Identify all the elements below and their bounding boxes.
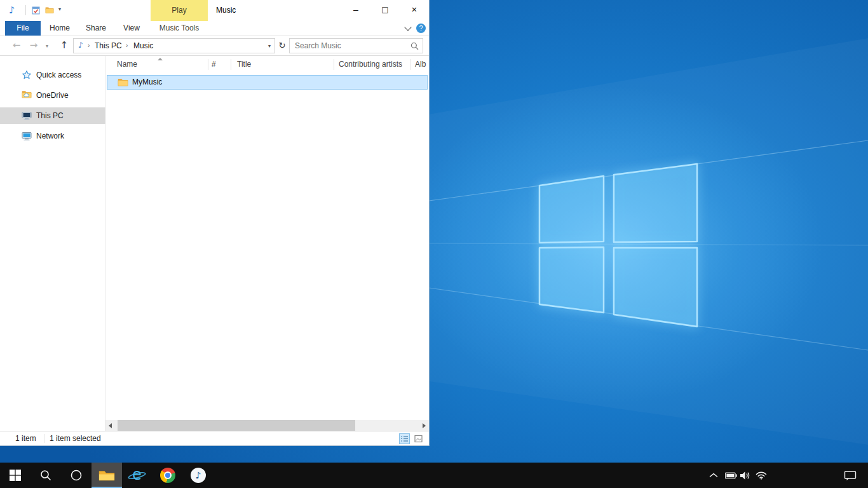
file-list-area: Name # Title Contributing artists Alb My…: [105, 56, 429, 431]
address-bar[interactable]: ♪ › This PC › Music ▾: [73, 38, 275, 53]
address-dropdown-icon[interactable]: ▾: [268, 43, 271, 49]
tab-home[interactable]: Home: [44, 21, 75, 36]
window-title: Music: [216, 0, 236, 21]
taskbar-music-app-button[interactable]: ♪: [183, 463, 214, 488]
column-header-album[interactable]: Alb: [415, 56, 426, 73]
tab-view[interactable]: View: [117, 21, 146, 36]
search-icon: [40, 470, 51, 481]
chrome-icon: [160, 468, 175, 483]
taskbar-start-button[interactable]: [0, 463, 31, 488]
onedrive-folder-icon: [22, 90, 32, 100]
column-header-title[interactable]: Title: [237, 56, 251, 73]
search-input[interactable]: [290, 39, 423, 53]
taskbar-search-button[interactable]: [31, 463, 61, 488]
maximize-button[interactable]: □: [370, 0, 400, 20]
up-button[interactable]: ↑: [56, 36, 72, 56]
taskbar: e ♪: [0, 463, 868, 488]
file-row-mymusic[interactable]: MyMusic: [107, 75, 428, 90]
status-bar: 1 item 1 item selected: [0, 431, 429, 445]
sidebar-item-label: Quick access: [36, 67, 81, 83]
tab-file[interactable]: File: [5, 21, 41, 36]
scroll-right-button[interactable]: [418, 420, 429, 431]
close-button[interactable]: ×: [400, 0, 429, 20]
taskbar-cortana-button[interactable]: [61, 463, 92, 488]
sidebar-item-quick-access[interactable]: Quick access: [0, 67, 105, 83]
column-separator[interactable]: [334, 59, 334, 70]
windows-logo-icon: [10, 470, 21, 481]
column-separator[interactable]: [410, 59, 410, 70]
properties-icon[interactable]: [32, 6, 40, 17]
sidebar-item-label: Network: [36, 128, 64, 144]
sidebar-item-label: This PC: [36, 107, 64, 124]
tray-volume-icon[interactable]: [736, 463, 754, 488]
chevron-down-icon[interactable]: [404, 24, 411, 30]
tab-share[interactable]: Share: [80, 21, 112, 36]
sort-ascending-icon: [158, 58, 163, 60]
column-separator[interactable]: [231, 59, 231, 70]
star-icon: [22, 70, 32, 82]
triangle-right-icon: [423, 423, 426, 428]
network-icon: [22, 131, 32, 143]
column-separator[interactable]: [208, 59, 208, 70]
breadcrumb-music[interactable]: Music: [133, 39, 153, 53]
tray-chevron-up-icon[interactable]: [705, 463, 722, 488]
breadcrumb-separator: ›: [126, 39, 128, 53]
back-button[interactable]: ←: [8, 36, 25, 56]
navigation-pane: Quick access OneDrive This PC Network: [0, 56, 105, 431]
triangle-left-icon: [109, 423, 112, 428]
search-box: [289, 38, 423, 53]
tray-action-center-button[interactable]: [837, 463, 863, 488]
sidebar-item-onedrive[interactable]: OneDrive: [0, 87, 105, 104]
computer-icon: [22, 111, 32, 123]
breadcrumb-separator: ›: [88, 39, 90, 53]
large-icons-view-button[interactable]: [413, 433, 424, 444]
qat-separator: [25, 5, 26, 15]
ribbon-tab-row: File Home Share View Music Tools ?: [0, 21, 429, 36]
folder-icon: [98, 469, 115, 482]
music-note-icon: ♪: [191, 468, 206, 483]
minimize-button[interactable]: –: [341, 0, 370, 20]
tab-music-tools[interactable]: Music Tools: [151, 21, 208, 36]
horizontal-scrollbar[interactable]: [105, 420, 429, 431]
tray-wifi-icon[interactable]: [752, 463, 770, 488]
search-icon: [410, 42, 419, 52]
column-header-contributing-artists[interactable]: Contributing artists: [339, 56, 402, 73]
sidebar-item-network[interactable]: Network: [0, 128, 105, 144]
item-count: 1 item: [15, 431, 36, 445]
taskbar-internet-explorer-button[interactable]: e: [122, 463, 153, 488]
forward-button[interactable]: →: [27, 36, 41, 56]
history-dropdown-icon[interactable]: ▾: [46, 43, 48, 49]
cortana-circle-icon: [70, 469, 83, 482]
refresh-button[interactable]: ↻: [275, 38, 289, 53]
file-explorer-window: ♪ ▾ Play Music – □ × File Home Share Vie…: [0, 0, 430, 446]
column-header-number[interactable]: #: [212, 56, 216, 73]
scroll-left-button[interactable]: [105, 420, 116, 431]
file-name: MyMusic: [132, 76, 162, 89]
qat-dropdown-icon[interactable]: ▾: [58, 6, 61, 12]
new-folder-icon[interactable]: [45, 6, 54, 16]
selection-count: 1 item selected: [50, 431, 101, 445]
taskbar-file-explorer-button[interactable]: [92, 463, 122, 488]
title-bar: ♪ ▾ Play Music – □ ×: [0, 0, 429, 21]
status-divider: [44, 434, 44, 443]
contextual-tab-play[interactable]: Play: [151, 0, 208, 21]
help-button[interactable]: ?: [416, 24, 426, 33]
navigation-toolbar: ← → ▾ ↑ ♪ › This PC › Music ▾ ↻: [0, 36, 429, 56]
taskbar-chrome-button[interactable]: [153, 463, 183, 488]
ie-icon: e: [129, 466, 146, 484]
music-note-icon: ♪: [78, 41, 83, 50]
sidebar-item-this-pc[interactable]: This PC: [0, 107, 105, 124]
column-header-name[interactable]: Name: [117, 56, 137, 73]
music-note-icon: ♪: [9, 4, 15, 16]
scrollbar-thumb[interactable]: [118, 420, 355, 431]
details-view-button[interactable]: [399, 433, 410, 444]
breadcrumb-this-pc[interactable]: This PC: [95, 39, 122, 53]
sidebar-item-label: OneDrive: [36, 87, 69, 104]
folder-icon: [118, 78, 128, 88]
